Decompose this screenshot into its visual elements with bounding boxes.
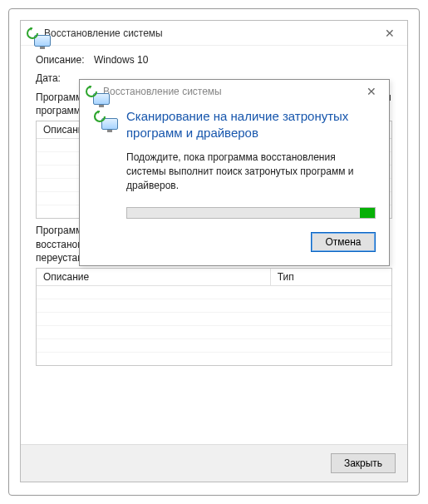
footer: Закрыть	[21, 444, 407, 482]
titlebar: Восстановление системы ✕	[21, 21, 407, 46]
progress-bar	[126, 207, 376, 219]
restore-icon	[85, 85, 98, 98]
cancel-button[interactable]: Отмена	[311, 232, 376, 252]
table-row	[37, 313, 391, 326]
restore-icon	[93, 108, 126, 252]
description-label: Описание:	[36, 54, 94, 66]
programs-restored-table: Описание Тип	[36, 268, 392, 366]
table-row	[37, 299, 391, 313]
column-type[interactable]: Тип	[271, 269, 391, 286]
progress-fill	[360, 208, 375, 218]
table-row	[37, 286, 391, 299]
close-icon[interactable]: ✕	[359, 85, 384, 98]
description-value: Windows 10	[94, 54, 392, 66]
window-title: Восстановление системы	[44, 27, 377, 39]
table-row	[37, 326, 391, 339]
modal-titlebar: Восстановление системы ✕	[80, 80, 389, 103]
modal-description: Подождите, пока программа восстановления…	[126, 151, 376, 192]
close-icon[interactable]: ✕	[377, 27, 402, 40]
table-row	[37, 339, 391, 353]
scanning-dialog: Восстановление системы ✕ Сканирование на…	[79, 79, 390, 266]
modal-title: Восстановление системы	[103, 86, 359, 97]
column-description[interactable]: Описание	[37, 269, 271, 286]
restore-icon	[26, 27, 39, 40]
close-button[interactable]: Закрыть	[331, 453, 396, 473]
modal-heading: Сканирование на наличие затронутых прогр…	[126, 108, 376, 141]
